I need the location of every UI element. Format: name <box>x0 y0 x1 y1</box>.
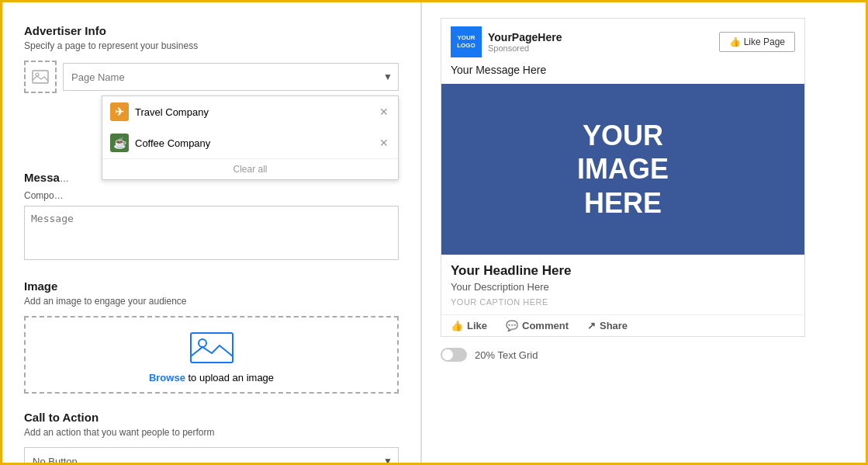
share-action-button[interactable]: ↗ Share <box>587 320 628 331</box>
right-panel: YOURLOGO YourPageHere Sponsored 👍 Like P… <box>422 2 866 463</box>
travel-company-icon: ✈ <box>110 102 129 121</box>
message-section: Messa… Compo… <box>24 171 399 262</box>
travel-company-label: Travel Company <box>135 106 209 118</box>
image-placeholder-icon <box>32 70 49 84</box>
page-icon-box <box>24 61 57 93</box>
share-action-label: Share <box>600 320 628 331</box>
ad-image-placeholder: YOURIMAGEHERE <box>441 84 804 255</box>
ad-headline: Your Headline Here <box>451 263 795 279</box>
svg-rect-2 <box>191 333 233 363</box>
ad-message-text: Your Message Here <box>441 64 804 84</box>
ad-image-text: YOURIMAGEHERE <box>577 119 669 220</box>
coffee-company-label: Coffee Company <box>135 137 210 149</box>
ad-preview-card: YOURLOGO YourPageHere Sponsored 👍 Like P… <box>441 18 805 337</box>
browse-link[interactable]: Browse <box>149 372 185 383</box>
comment-action-icon: 💬 <box>506 320 518 331</box>
main-container: Advertiser Info Specify a page to repres… <box>0 0 868 465</box>
comment-action-button[interactable]: 💬 Comment <box>506 320 569 331</box>
ad-sponsored: Sponsored <box>488 43 562 53</box>
cta-title: Call to Action <box>24 411 399 424</box>
ad-description: Your Description Here <box>451 281 795 293</box>
image-subtitle: Add an image to engage your audience <box>24 296 399 307</box>
svg-point-3 <box>199 339 206 347</box>
page-name-input-wrapper: ▼ ✈ Travel Company ✕ ☕ <box>63 63 399 91</box>
cta-subtitle: Add an action that you want people to pe… <box>24 427 399 438</box>
dropdown-list: ✈ Travel Company ✕ ☕ Coffee Company ✕ <box>102 95 399 180</box>
ad-actions: 👍 Like 💬 Comment ↗ Share <box>441 314 804 336</box>
clear-all-button[interactable]: Clear all <box>102 158 398 179</box>
like-page-label: Like Page <box>744 36 785 47</box>
toggle-knob <box>442 349 453 360</box>
ad-content-area: Your Headline Here Your Description Here… <box>441 255 804 314</box>
ad-header: YOURLOGO YourPageHere Sponsored 👍 Like P… <box>441 19 804 64</box>
text-grid-row: 20% Text Grid <box>441 348 847 362</box>
page-selector-row: ▼ ✈ Travel Company ✕ ☕ <box>24 61 399 93</box>
ad-logo-box: YOURLOGO <box>451 26 482 57</box>
comment-action-label: Comment <box>522 320 569 331</box>
message-subtitle: Compo… <box>24 190 399 201</box>
image-title: Image <box>24 279 399 293</box>
message-textarea[interactable] <box>24 206 399 260</box>
upload-text: Browse to upload an image <box>149 372 274 383</box>
message-title: Messa… <box>24 171 69 184</box>
like-action-label: Like <box>467 320 487 331</box>
cta-select-wrapper: No Button ▼ <box>24 447 399 465</box>
text-grid-label: 20% Text Grid <box>475 349 538 361</box>
like-action-icon: 👍 <box>451 320 463 331</box>
upload-suffix: to upload an image <box>185 372 274 383</box>
travel-remove-button[interactable]: ✕ <box>378 106 390 118</box>
ad-logo-text: YOURLOGO <box>457 34 475 49</box>
advertiser-section: Advertiser Info Specify a page to repres… <box>24 24 399 93</box>
text-grid-toggle[interactable] <box>441 348 467 362</box>
share-action-icon: ↗ <box>587 320 596 331</box>
coffee-company-icon: ☕ <box>110 134 129 152</box>
left-panel: Advertiser Info Specify a page to repres… <box>2 2 421 463</box>
like-action-button[interactable]: 👍 Like <box>451 320 487 331</box>
ad-caption: YOUR CAPTION HERE <box>451 297 795 307</box>
upload-image-icon <box>188 327 235 366</box>
image-section: Image Add an image to engage your audien… <box>24 279 399 394</box>
advertiser-subtitle: Specify a page to represent your busines… <box>24 40 399 51</box>
dropdown-item-coffee[interactable]: ☕ Coffee Company ✕ <box>102 127 398 158</box>
page-name-input[interactable] <box>63 63 399 91</box>
ad-logo-name: YOURLOGO YourPageHere Sponsored <box>451 26 562 57</box>
advertiser-title: Advertiser Info <box>24 24 399 37</box>
image-upload-box[interactable]: Browse to upload an image <box>24 316 399 394</box>
svg-rect-0 <box>33 71 48 83</box>
cta-select[interactable]: No Button <box>24 447 399 465</box>
dropdown-item-travel[interactable]: ✈ Travel Company ✕ <box>102 96 398 127</box>
ad-page-name: YourPageHere <box>488 31 562 43</box>
cta-section: Call to Action Add an action that you wa… <box>24 411 399 465</box>
coffee-remove-button[interactable]: ✕ <box>378 137 390 149</box>
like-page-button[interactable]: 👍 Like Page <box>719 32 795 52</box>
thumbs-up-icon: 👍 <box>729 36 741 47</box>
